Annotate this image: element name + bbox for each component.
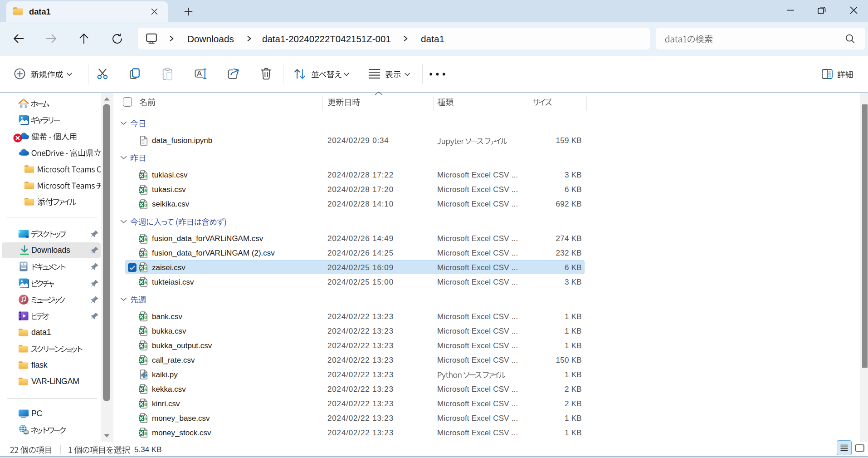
- svg-text:a: a: [144, 187, 147, 192]
- svg-text:a: a: [144, 251, 147, 256]
- svg-text:a: a: [144, 401, 147, 407]
- svg-text:a: a: [144, 387, 147, 392]
- svg-text:a: a: [144, 202, 147, 207]
- svg-text:a: a: [144, 329, 147, 334]
- svg-text:a: a: [144, 343, 147, 349]
- svg-text:a: a: [144, 430, 147, 436]
- svg-text:a: a: [144, 358, 147, 363]
- svg-text:a: a: [144, 416, 147, 421]
- svg-text:a: a: [144, 236, 147, 241]
- svg-text:a: a: [144, 314, 147, 320]
- svg-text:a: a: [144, 172, 147, 178]
- svg-text:a: a: [144, 265, 147, 271]
- svg-text:a: a: [144, 280, 147, 285]
